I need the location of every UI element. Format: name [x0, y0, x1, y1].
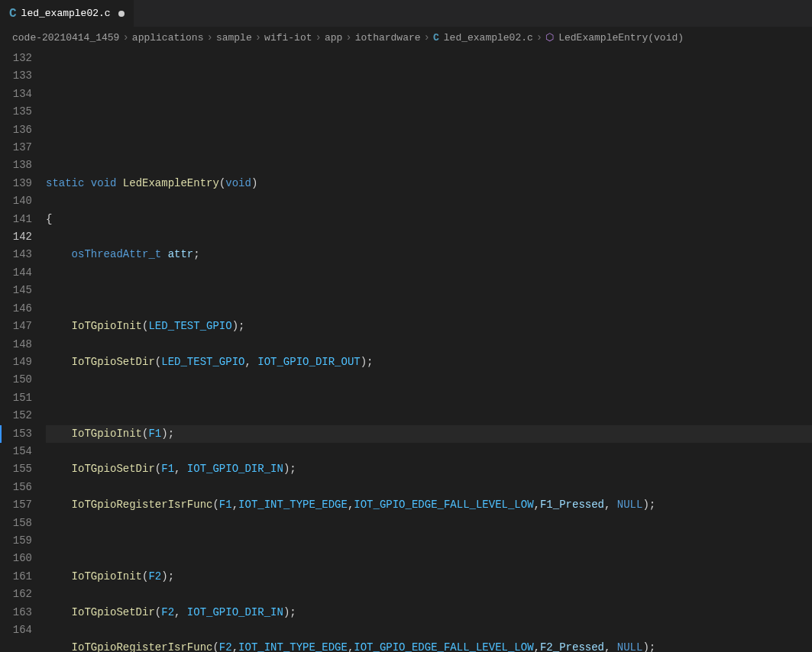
line-number: 140 [0, 192, 32, 210]
breadcrumb-item[interactable]: sample [216, 32, 252, 44]
code-line: IoTGpioSetDir(LED_TEST_GPIO, IOT_GPIO_DI… [46, 353, 812, 371]
line-number: 161 [0, 568, 32, 586]
line-number: 141 [0, 211, 32, 228]
line-number: 151 [0, 389, 32, 407]
line-number: 147 [0, 318, 32, 335]
breadcrumb-item[interactable]: code-20210414_1459 [12, 32, 119, 44]
line-number: 145 [0, 282, 32, 299]
chevron-right-icon: › [536, 31, 542, 44]
line-number: 160 [0, 550, 32, 567]
chevron-right-icon: › [424, 31, 430, 44]
code-line [46, 389, 812, 407]
line-number: 158 [0, 515, 32, 532]
line-number: 139 [0, 175, 32, 192]
code-line: IoTGpioSetDir(F1, IOT_GPIO_DIR_IN); [46, 460, 812, 478]
modified-indicator-icon [118, 11, 125, 17]
line-number: 156 [0, 479, 32, 496]
breadcrumb-item[interactable]: applications [132, 32, 204, 44]
code-line: osThreadAttr_t attr; [46, 246, 812, 263]
line-number: 155 [0, 460, 32, 478]
code-line: IoTGpioRegisterIsrFunc(F1,IOT_INT_TYPE_E… [46, 496, 812, 514]
code-line [46, 103, 812, 121]
line-number: 157 [0, 496, 32, 514]
code-line: IoTGpioInit(LED_TEST_GPIO); [46, 318, 812, 335]
line-number: 142 [0, 228, 32, 246]
code-content[interactable]: static void LedExampleEntry(void) { osTh… [46, 48, 812, 652]
line-number: 133 [0, 67, 32, 85]
line-number: 138 [0, 157, 32, 174]
line-number: 164 [0, 621, 32, 639]
line-number: 152 [0, 407, 32, 424]
line-number: 135 [0, 103, 32, 121]
tab-bar: C led_example02.c [0, 0, 812, 27]
symbol-icon: ⬡ [545, 31, 554, 44]
code-line [46, 139, 812, 157]
line-number: 136 [0, 121, 32, 139]
line-number: 149 [0, 353, 32, 371]
line-number: 143 [0, 246, 32, 263]
line-number: 154 [0, 443, 32, 460]
line-number: 137 [0, 139, 32, 157]
code-line: static void LedExampleEntry(void) [46, 175, 812, 192]
line-number: 159 [0, 532, 32, 550]
line-number: 132 [0, 50, 32, 67]
code-editor[interactable]: 1321331341351361371381391401411421431441… [0, 48, 812, 652]
chevron-right-icon: › [206, 31, 212, 44]
line-number: 144 [0, 264, 32, 282]
line-number: 146 [0, 300, 32, 318]
code-line [46, 67, 812, 85]
code-line: IoTGpioRegisterIsrFunc(F2,IOT_INT_TYPE_E… [46, 639, 812, 652]
code-line: IoTGpioInit(F2); [46, 568, 812, 586]
line-number: 148 [0, 336, 32, 353]
breadcrumb-item[interactable]: app [325, 32, 342, 44]
line-number: 134 [0, 86, 32, 103]
breadcrumb-symbol[interactable]: LedExampleEntry(void) [558, 32, 684, 44]
breadcrumb: code-20210414_1459 › applications › samp… [0, 27, 812, 48]
tab-filename: led_example02.c [21, 8, 111, 19]
code-line: IoTGpioSetDir(F2, IOT_GPIO_DIR_IN); [46, 604, 812, 621]
code-line-active: IoTGpioInit(F1); [46, 425, 812, 443]
breadcrumb-file[interactable]: led_example02.c [444, 32, 533, 44]
c-file-icon: C [9, 7, 17, 21]
tab-active[interactable]: C led_example02.c [0, 0, 134, 27]
code-line: { [46, 211, 812, 228]
breadcrumb-item[interactable]: iothardware [355, 32, 421, 44]
code-line [46, 282, 812, 299]
line-number: 150 [0, 371, 32, 389]
c-file-icon: C [433, 32, 439, 44]
chevron-right-icon: › [122, 31, 128, 44]
breadcrumb-item[interactable]: wifi-iot [264, 32, 312, 44]
chevron-right-icon: › [315, 31, 322, 44]
line-number: 153 [0, 425, 32, 443]
chevron-right-icon: › [255, 31, 261, 44]
line-number-gutter: 1321331341351361371381391401411421431441… [0, 48, 46, 652]
line-number: 163 [0, 604, 32, 621]
line-number: 162 [0, 586, 32, 603]
code-line [46, 532, 812, 550]
chevron-right-icon: › [345, 31, 351, 44]
